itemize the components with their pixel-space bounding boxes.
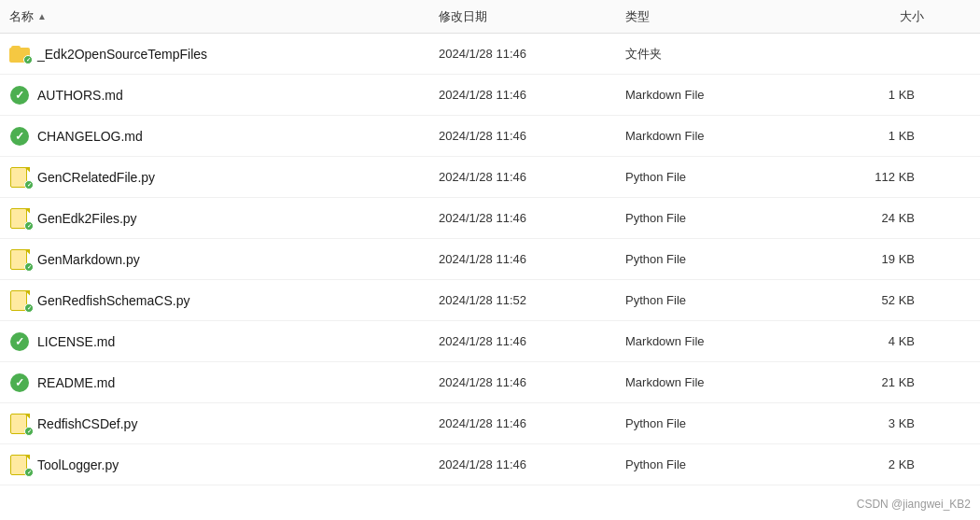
file-size: 3 KB	[812, 416, 924, 430]
table-row[interactable]: ✓ AUTHORS.md 2024/1/28 11:46 Markdown Fi…	[0, 75, 980, 116]
file-type: Python File	[625, 416, 812, 430]
file-name-cell: ✓ CHANGELOG.md	[9, 126, 439, 147]
table-row[interactable]: GenRedfishSchemaCS.py 2024/1/28 11:52 Py…	[0, 280, 980, 321]
file-date: 2024/1/28 11:46	[439, 170, 625, 184]
col-size[interactable]: 大小	[812, 8, 924, 25]
python-file-icon	[9, 167, 30, 188]
col-name-label: 名称	[9, 8, 34, 25]
file-name: GenMarkdown.py	[37, 252, 140, 267]
file-date: 2024/1/28 11:46	[439, 457, 625, 471]
file-type: Python File	[625, 457, 812, 471]
col-size-label: 大小	[900, 8, 924, 25]
file-size: 112 KB	[812, 170, 924, 184]
file-name: GenCRelatedFile.py	[37, 170, 155, 185]
table-row[interactable]: ✓ README.md 2024/1/28 11:46 Markdown Fil…	[0, 362, 980, 403]
file-size: 24 KB	[812, 211, 924, 225]
file-type: Python File	[625, 252, 812, 266]
file-date: 2024/1/28 11:46	[439, 129, 625, 143]
file-name-cell: ✓ AUTHORS.md	[9, 85, 439, 105]
file-date: 2024/1/28 11:46	[439, 252, 625, 266]
table-row[interactable]: ✓ LICENSE.md 2024/1/28 11:46 Markdown Fi…	[0, 321, 980, 362]
file-name: ToolLogger.py	[37, 457, 119, 472]
table-row[interactable]: _Edk2OpenSourceTempFiles 2024/1/28 11:46…	[0, 34, 980, 75]
file-size: 52 KB	[812, 293, 924, 307]
file-type: Python File	[625, 170, 812, 184]
file-date: 2024/1/28 11:46	[439, 88, 625, 102]
file-type: Markdown File	[625, 375, 812, 389]
file-type: Markdown File	[625, 88, 812, 102]
file-name: CHANGELOG.md	[37, 129, 143, 144]
markdown-icon: ✓	[9, 372, 30, 393]
file-size: 4 KB	[812, 334, 924, 348]
file-type: 文件夹	[625, 46, 812, 63]
file-name-cell: _Edk2OpenSourceTempFiles	[9, 44, 439, 64]
file-size: 2 KB	[812, 457, 924, 471]
file-name: GenRedfishSchemaCS.py	[37, 293, 189, 308]
python-file-icon	[9, 249, 30, 270]
file-name: _Edk2OpenSourceTempFiles	[37, 47, 207, 62]
python-file-icon	[9, 455, 30, 475]
file-size: 1 KB	[812, 129, 924, 143]
file-type: Python File	[625, 293, 812, 307]
markdown-icon: ✓	[9, 126, 30, 147]
file-size: 19 KB	[812, 252, 924, 266]
file-date: 2024/1/28 11:46	[439, 334, 625, 348]
markdown-icon: ✓	[9, 331, 30, 352]
table-row[interactable]: GenEdk2Files.py 2024/1/28 11:46 Python F…	[0, 198, 980, 239]
file-size: 1 KB	[812, 88, 924, 102]
markdown-icon: ✓	[9, 85, 30, 105]
file-name-cell: GenRedfishSchemaCS.py	[9, 290, 439, 311]
file-name: GenEdk2Files.py	[37, 211, 137, 226]
python-file-icon	[9, 208, 30, 229]
watermark: CSDN @jiangwei_KB2	[857, 498, 971, 511]
folder-icon	[9, 44, 30, 64]
file-name-cell: ✓ LICENSE.md	[9, 331, 439, 352]
file-type: Markdown File	[625, 129, 812, 143]
file-name: LICENSE.md	[37, 334, 115, 349]
col-type-label: 类型	[625, 8, 650, 25]
file-name-cell: GenMarkdown.py	[9, 249, 439, 270]
file-name-cell: GenCRelatedFile.py	[9, 167, 439, 188]
file-name: RedfishCSDef.py	[37, 416, 137, 431]
sort-arrow-up: ▲	[37, 11, 47, 21]
table-row[interactable]: RedfishCSDef.py 2024/1/28 11:46 Python F…	[0, 403, 980, 444]
col-name[interactable]: 名称 ▲	[9, 8, 439, 25]
file-name-cell: ToolLogger.py	[9, 455, 439, 475]
file-name-cell: GenEdk2Files.py	[9, 208, 439, 229]
file-date: 2024/1/28 11:46	[439, 416, 625, 430]
file-name-cell: ✓ README.md	[9, 372, 439, 393]
python-file-icon	[9, 414, 30, 434]
col-type[interactable]: 类型	[625, 8, 812, 25]
col-date-label: 修改日期	[439, 8, 487, 25]
file-size: 21 KB	[812, 375, 924, 389]
file-date: 2024/1/28 11:46	[439, 375, 625, 389]
file-name: AUTHORS.md	[37, 88, 123, 103]
file-type: Markdown File	[625, 334, 812, 348]
file-name-cell: RedfishCSDef.py	[9, 414, 439, 434]
file-list: _Edk2OpenSourceTempFiles 2024/1/28 11:46…	[0, 34, 980, 520]
table-row[interactable]: ToolLogger.py 2024/1/28 11:46 Python Fil…	[0, 444, 980, 485]
file-explorer: 名称 ▲ 修改日期 类型 大小 _Edk2OpenSourceTempFiles	[0, 0, 980, 520]
table-row[interactable]: GenMarkdown.py 2024/1/28 11:46 Python Fi…	[0, 239, 980, 280]
file-date: 2024/1/28 11:52	[439, 293, 625, 307]
file-date: 2024/1/28 11:46	[439, 47, 625, 61]
table-row[interactable]: ✓ CHANGELOG.md 2024/1/28 11:46 Markdown …	[0, 116, 980, 157]
file-name: README.md	[37, 375, 115, 390]
python-file-icon	[9, 290, 30, 311]
file-type: Python File	[625, 211, 812, 225]
col-date[interactable]: 修改日期	[439, 8, 625, 25]
table-row[interactable]: GenCRelatedFile.py 2024/1/28 11:46 Pytho…	[0, 157, 980, 198]
file-date: 2024/1/28 11:46	[439, 211, 625, 225]
table-header: 名称 ▲ 修改日期 类型 大小	[0, 0, 980, 34]
